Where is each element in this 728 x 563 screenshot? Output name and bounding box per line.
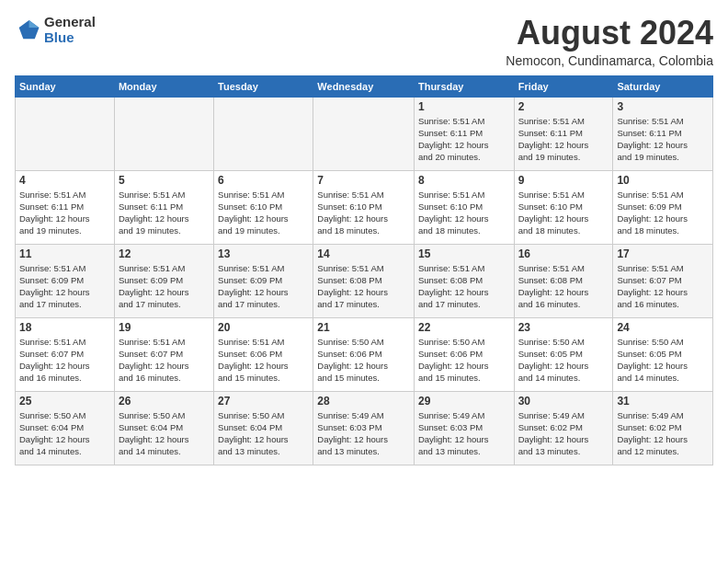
page-header: General Blue August 2024 Nemocon, Cundin… [15, 15, 713, 68]
day-number: 7 [317, 174, 410, 187]
calendar-cell: 25Sunrise: 5:50 AM Sunset: 6:04 PM Dayli… [16, 391, 115, 465]
day-info: Sunrise: 5:51 AM Sunset: 6:09 PM Dayligh… [119, 262, 210, 311]
day-number: 17 [617, 247, 709, 260]
day-info: Sunrise: 5:49 AM Sunset: 6:03 PM Dayligh… [418, 409, 510, 458]
day-number: 21 [317, 321, 410, 334]
day-info: Sunrise: 5:51 AM Sunset: 6:10 PM Dayligh… [317, 189, 410, 237]
calendar-body: 1Sunrise: 5:51 AM Sunset: 6:11 PM Daylig… [16, 97, 713, 465]
calendar-cell: 22Sunrise: 5:50 AM Sunset: 6:06 PM Dayli… [414, 317, 514, 391]
day-info: Sunrise: 5:51 AM Sunset: 6:10 PM Dayligh… [418, 189, 510, 237]
day-info: Sunrise: 5:50 AM Sunset: 6:05 PM Dayligh… [617, 336, 709, 385]
svg-marker-1 [29, 20, 40, 28]
day-number: 3 [617, 100, 709, 113]
calendar-cell: 14Sunrise: 5:51 AM Sunset: 6:08 PM Dayli… [313, 244, 415, 317]
day-number: 14 [317, 247, 410, 260]
calendar-cell: 6Sunrise: 5:51 AM Sunset: 6:10 PM Daylig… [214, 170, 313, 244]
day-info: Sunrise: 5:51 AM Sunset: 6:11 PM Dayligh… [418, 115, 510, 164]
day-info: Sunrise: 5:50 AM Sunset: 6:06 PM Dayligh… [418, 336, 510, 385]
weekday-header-saturday: Saturday [613, 75, 713, 97]
calendar-cell: 7Sunrise: 5:51 AM Sunset: 6:10 PM Daylig… [313, 170, 415, 244]
day-number: 19 [119, 321, 210, 334]
weekday-header-sunday: Sunday [16, 75, 115, 97]
day-info: Sunrise: 5:51 AM Sunset: 6:09 PM Dayligh… [617, 189, 709, 237]
day-info: Sunrise: 5:50 AM Sunset: 6:04 PM Dayligh… [218, 409, 309, 458]
calendar-cell: 1Sunrise: 5:51 AM Sunset: 6:11 PM Daylig… [414, 97, 514, 170]
calendar-cell: 5Sunrise: 5:51 AM Sunset: 6:11 PM Daylig… [114, 170, 213, 244]
day-number: 24 [617, 321, 709, 334]
day-number: 26 [119, 395, 210, 408]
calendar-week-row: 1Sunrise: 5:51 AM Sunset: 6:11 PM Daylig… [16, 97, 713, 170]
calendar-week-row: 11Sunrise: 5:51 AM Sunset: 6:09 PM Dayli… [16, 244, 713, 317]
day-number: 31 [617, 395, 709, 408]
day-info: Sunrise: 5:49 AM Sunset: 6:03 PM Dayligh… [317, 409, 410, 458]
calendar-week-row: 4Sunrise: 5:51 AM Sunset: 6:11 PM Daylig… [16, 170, 713, 244]
day-info: Sunrise: 5:51 AM Sunset: 6:08 PM Dayligh… [317, 262, 410, 311]
calendar-cell: 2Sunrise: 5:51 AM Sunset: 6:11 PM Daylig… [514, 97, 613, 170]
day-info: Sunrise: 5:51 AM Sunset: 6:11 PM Dayligh… [19, 189, 110, 237]
day-number: 30 [518, 395, 609, 408]
weekday-header-wednesday: Wednesday [313, 75, 415, 97]
calendar-cell: 10Sunrise: 5:51 AM Sunset: 6:09 PM Dayli… [613, 170, 713, 244]
calendar-cell: 18Sunrise: 5:51 AM Sunset: 6:07 PM Dayli… [16, 317, 115, 391]
day-info: Sunrise: 5:49 AM Sunset: 6:02 PM Dayligh… [518, 409, 609, 458]
day-number: 15 [418, 247, 510, 260]
day-info: Sunrise: 5:51 AM Sunset: 6:09 PM Dayligh… [218, 262, 309, 311]
calendar-cell: 17Sunrise: 5:51 AM Sunset: 6:07 PM Dayli… [613, 244, 713, 317]
calendar-cell: 21Sunrise: 5:50 AM Sunset: 6:06 PM Dayli… [313, 317, 415, 391]
calendar-header: SundayMondayTuesdayWednesdayThursdayFrid… [16, 75, 713, 97]
day-number: 13 [218, 247, 309, 260]
calendar-cell: 11Sunrise: 5:51 AM Sunset: 6:09 PM Dayli… [16, 244, 115, 317]
day-info: Sunrise: 5:50 AM Sunset: 6:05 PM Dayligh… [518, 336, 609, 385]
day-number: 16 [518, 247, 609, 260]
calendar-cell: 3Sunrise: 5:51 AM Sunset: 6:11 PM Daylig… [613, 97, 713, 170]
day-number: 5 [119, 174, 210, 187]
weekday-header-monday: Monday [114, 75, 213, 97]
logo-text: General Blue [44, 15, 96, 45]
day-info: Sunrise: 5:51 AM Sunset: 6:08 PM Dayligh… [518, 262, 609, 311]
day-number: 8 [418, 174, 510, 187]
day-number: 6 [218, 174, 309, 187]
calendar-cell: 27Sunrise: 5:50 AM Sunset: 6:04 PM Dayli… [214, 391, 313, 465]
day-number: 20 [218, 321, 309, 334]
day-number: 28 [317, 395, 410, 408]
day-info: Sunrise: 5:51 AM Sunset: 6:07 PM Dayligh… [617, 262, 709, 311]
calendar-cell: 30Sunrise: 5:49 AM Sunset: 6:02 PM Dayli… [514, 391, 613, 465]
day-info: Sunrise: 5:50 AM Sunset: 6:04 PM Dayligh… [19, 409, 110, 458]
calendar-cell: 23Sunrise: 5:50 AM Sunset: 6:05 PM Dayli… [514, 317, 613, 391]
weekday-header-friday: Friday [514, 75, 613, 97]
month-year-title: August 2024 [506, 15, 713, 52]
weekday-header-tuesday: Tuesday [214, 75, 313, 97]
weekday-header-thursday: Thursday [414, 75, 514, 97]
day-number: 22 [418, 321, 510, 334]
day-number: 29 [418, 395, 510, 408]
day-info: Sunrise: 5:50 AM Sunset: 6:04 PM Dayligh… [119, 409, 210, 458]
day-number: 9 [518, 174, 609, 187]
weekday-header-row: SundayMondayTuesdayWednesdayThursdayFrid… [16, 75, 713, 97]
svg-marker-0 [19, 20, 40, 39]
calendar-cell: 9Sunrise: 5:51 AM Sunset: 6:10 PM Daylig… [514, 170, 613, 244]
calendar-cell [114, 97, 213, 170]
calendar-table: SundayMondayTuesdayWednesdayThursdayFrid… [15, 75, 713, 465]
day-number: 23 [518, 321, 609, 334]
day-info: Sunrise: 5:51 AM Sunset: 6:07 PM Dayligh… [119, 336, 210, 385]
day-info: Sunrise: 5:51 AM Sunset: 6:11 PM Dayligh… [617, 115, 709, 164]
day-info: Sunrise: 5:51 AM Sunset: 6:10 PM Dayligh… [218, 189, 309, 237]
calendar-cell: 29Sunrise: 5:49 AM Sunset: 6:03 PM Dayli… [414, 391, 514, 465]
day-number: 10 [617, 174, 709, 187]
calendar-cell: 12Sunrise: 5:51 AM Sunset: 6:09 PM Dayli… [114, 244, 213, 317]
calendar-cell: 8Sunrise: 5:51 AM Sunset: 6:10 PM Daylig… [414, 170, 514, 244]
calendar-cell: 4Sunrise: 5:51 AM Sunset: 6:11 PM Daylig… [16, 170, 115, 244]
day-number: 1 [418, 100, 510, 113]
title-block: August 2024 Nemocon, Cundinamarca, Colom… [506, 15, 713, 68]
day-number: 18 [19, 321, 110, 334]
day-info: Sunrise: 5:49 AM Sunset: 6:02 PM Dayligh… [617, 409, 709, 458]
calendar-cell: 31Sunrise: 5:49 AM Sunset: 6:02 PM Dayli… [613, 391, 713, 465]
calendar-week-row: 18Sunrise: 5:51 AM Sunset: 6:07 PM Dayli… [16, 317, 713, 391]
day-info: Sunrise: 5:51 AM Sunset: 6:08 PM Dayligh… [418, 262, 510, 311]
day-info: Sunrise: 5:51 AM Sunset: 6:09 PM Dayligh… [19, 262, 110, 311]
day-info: Sunrise: 5:51 AM Sunset: 6:11 PM Dayligh… [119, 189, 210, 237]
logo: General Blue [15, 15, 96, 45]
day-info: Sunrise: 5:51 AM Sunset: 6:10 PM Dayligh… [518, 189, 609, 237]
day-info: Sunrise: 5:50 AM Sunset: 6:06 PM Dayligh… [317, 336, 410, 385]
day-number: 25 [19, 395, 110, 408]
